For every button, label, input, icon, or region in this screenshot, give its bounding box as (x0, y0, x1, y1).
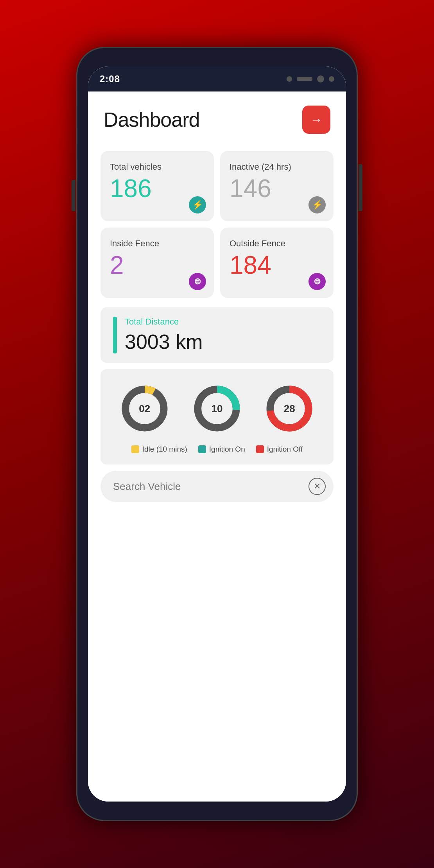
legend-label-ignition-on: Ignition On (209, 445, 245, 454)
stat-value-inactive: 146 (230, 176, 324, 201)
lightning-icon-2: ⚡ (312, 200, 323, 210)
stat-label-inactive: Inactive (24 hrs) (230, 162, 324, 172)
legend-row: Idle (10 mins) Ignition On Ignition Off (108, 445, 326, 454)
donut-center-idle: 02 (139, 403, 150, 415)
status-time: 2:08 (100, 74, 120, 84)
fence-icon-2: ⊜ (314, 276, 321, 287)
donut-center-ignition-on: 10 (212, 403, 223, 415)
phone-frame: 2:08 Dashboard → Total vehicles (76, 47, 358, 821)
app-content: Dashboard → Total vehicles 186 ⚡ Inactiv… (88, 91, 346, 802)
search-clear-button[interactable]: ✕ (308, 478, 326, 495)
donut-ignition-off: 28 (264, 383, 315, 434)
stat-card-total-vehicles[interactable]: Total vehicles 186 ⚡ (100, 151, 214, 221)
notch-icons (287, 75, 334, 82)
donut-idle: 02 (119, 383, 170, 434)
fence-icon-1: ⊜ (194, 276, 201, 287)
stat-icon-inside-fence: ⊜ (189, 273, 206, 290)
legend-item-idle: Idle (10 mins) (131, 445, 187, 454)
lightning-icon-1: ⚡ (192, 200, 203, 210)
stat-label-outside-fence: Outside Fence (230, 239, 324, 249)
legend-item-ignition-off: Ignition Off (256, 445, 303, 454)
distance-value: 3003 km (125, 330, 203, 353)
stat-card-inside-fence[interactable]: Inside Fence 2 ⊜ (100, 228, 214, 298)
stat-label-total-vehicles: Total vehicles (110, 162, 204, 172)
stat-value-total-vehicles: 186 (110, 176, 204, 201)
page-title: Dashboard (104, 108, 199, 131)
header: Dashboard → (88, 91, 346, 143)
close-icon: ✕ (314, 482, 321, 491)
legend-dot-idle (131, 445, 139, 453)
stat-icon-inactive: ⚡ (308, 196, 326, 213)
charts-row: 02 10 (108, 383, 326, 434)
stat-icon-total-vehicles: ⚡ (189, 196, 206, 213)
legend-label-ignition-off: Ignition Off (267, 445, 303, 454)
nav-button[interactable]: → (302, 106, 330, 134)
stat-value-outside-fence: 184 (230, 253, 324, 278)
chart-ignition-on: 10 (192, 383, 242, 434)
stat-card-outside-fence[interactable]: Outside Fence 184 ⊜ (220, 228, 334, 298)
stat-card-inactive[interactable]: Inactive (24 hrs) 146 ⚡ (220, 151, 334, 221)
notch-dot-3 (329, 76, 334, 82)
distance-section: Total Distance 3003 km (100, 307, 334, 363)
notch-dot-1 (287, 76, 292, 82)
search-bar: ✕ (100, 471, 334, 502)
distance-label: Total Distance (125, 317, 203, 327)
distance-accent (113, 317, 117, 353)
donut-center-ignition-off: 28 (284, 403, 295, 415)
search-input[interactable] (113, 481, 304, 493)
notch-rect (297, 77, 312, 81)
charts-section: 02 10 (100, 369, 334, 464)
legend-dot-ignition-on (198, 445, 206, 453)
stat-value-inside-fence: 2 (110, 253, 204, 278)
stats-grid: Total vehicles 186 ⚡ Inactive (24 hrs) 1… (88, 143, 346, 306)
distance-content: Total Distance 3003 km (125, 317, 203, 353)
stat-icon-outside-fence: ⊜ (308, 273, 326, 290)
chart-ignition-off: 28 (264, 383, 315, 434)
legend-label-idle: Idle (10 mins) (142, 445, 187, 454)
status-bar: 2:08 (88, 66, 346, 91)
notch-dot-2 (317, 75, 324, 82)
legend-item-ignition-on: Ignition On (198, 445, 245, 454)
donut-ignition-on: 10 (192, 383, 242, 434)
stat-label-inside-fence: Inside Fence (110, 239, 204, 249)
phone-screen: 2:08 Dashboard → Total vehicles (88, 66, 346, 802)
chart-idle: 02 (119, 383, 170, 434)
arrow-icon: → (310, 113, 323, 127)
legend-dot-ignition-off (256, 445, 264, 453)
